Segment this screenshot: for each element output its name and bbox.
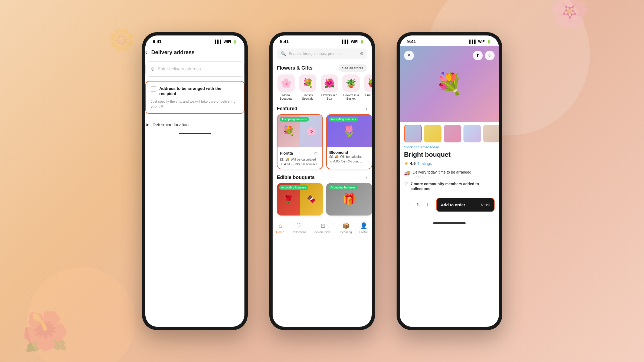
recipient-label: Address to be arranged with the recipien… <box>159 86 239 96</box>
decrease-quantity-button[interactable]: − <box>404 201 413 209</box>
floritta-price: ££ <box>280 158 284 161</box>
bloomond-rating: ★ 4.95 (59) 5% bonu... <box>329 159 369 163</box>
edible2-accepting-badge: Accepting bonuses <box>328 185 358 190</box>
flowers-gifts-header: Flowers & Gifts See all stores <box>273 62 372 74</box>
bloomond-rating-val: 4.95 <box>334 159 340 163</box>
flowers-basket-icon: 🪴 <box>342 74 360 92</box>
phone2-wrapper: 9:41 ▌▌▌ WiFi 🔋 🔍 Search through shops, … <box>269 32 375 330</box>
phone3-wrapper: 9:41 ▌▌▌ WiFi 🔋 💐 ✕ ⬆ ♡ <box>397 32 502 330</box>
featured-section: Featured › 💐 <box>273 104 372 172</box>
see-all-button[interactable]: See all stores <box>338 64 367 72</box>
phone1-screen: 9:41 ▌▌▌ WiFi 🔋 ‹ Delivery address ⊙ Ent <box>145 35 244 327</box>
navigation-icon: ➤ <box>145 122 149 128</box>
thumbnail-3[interactable] <box>444 125 461 142</box>
delivery-truck-icon: 🚚 <box>404 170 410 176</box>
incoming-nav-label: Incoming <box>340 230 352 234</box>
phone3-status-bar: 9:41 ▌▌▌ WiFi 🔋 <box>400 35 499 46</box>
thumbnail-1[interactable] <box>404 125 422 142</box>
increase-quantity-button[interactable]: + <box>423 201 432 209</box>
category-flowers-box[interactable]: 🌺 Flowers in a Box <box>320 74 339 100</box>
phone1-wrapper: 9:41 ▌▌▌ WiFi 🔋 ‹ Delivery address ⊙ Ent <box>142 32 248 330</box>
star-icon: ★ <box>329 159 332 163</box>
product-price: £119 <box>480 203 489 207</box>
phone1-status-bar: 9:41 ▌▌▌ WiFi 🔋 <box>145 35 244 46</box>
wifi-icon: WiFi <box>224 40 231 44</box>
floritta-card[interactable]: 💐 🌸 Accepting bonuses <box>277 114 323 169</box>
floritta-accepting-badge: Accepting bonuses <box>280 117 309 122</box>
phone1-time: 9:41 <box>153 39 162 44</box>
category-florist-label: Florist's Specials <box>299 93 317 100</box>
floritta-image: 💐 🌸 Accepting bonuses <box>277 115 322 147</box>
bloomond-card[interactable]: 🌷 Accepting bonuses Bloomond ££ 🚚 <box>326 114 372 169</box>
delivery-location: London <box>413 175 472 179</box>
bloomond-bonus: 5% bonu... <box>348 160 362 163</box>
share-button[interactable]: ⬆ <box>473 51 483 60</box>
bloomond-price-row: ££ 🚚 Will be calculat... <box>329 155 369 159</box>
floritta-rating: ★ 4.61 (2.3k) 8% bonuses <box>280 162 320 166</box>
florist-specials-icon: 💐 <box>299 74 316 92</box>
edible-card-2[interactable]: 🎁 Accepting bonuses <box>326 183 372 216</box>
featured-header: Featured › <box>273 104 372 114</box>
category-fruit[interactable]: 🍓 Fruit Bou... <box>364 74 372 100</box>
phone2-screen: 9:41 ▌▌▌ WiFi 🔋 🔍 Search through shops, … <box>273 35 372 327</box>
battery-icon: 🔋 <box>487 40 491 44</box>
ratings-count: 4 ratings <box>417 161 432 166</box>
close-button[interactable]: ✕ <box>404 51 414 60</box>
thumbnail-2[interactable] <box>424 125 442 142</box>
recipient-arrangement-box: Address to be arranged with the recipien… <box>145 81 244 114</box>
edible-card-1[interactable]: 🌹 🍫 Accepting bonuses <box>277 183 323 216</box>
wifi-icon: WiFi <box>351 40 358 44</box>
nav-profile[interactable]: 👤 Profile <box>359 222 368 234</box>
nav-collections[interactable]: ♡ Collections <box>292 222 306 234</box>
floritta-heart-button[interactable]: ♡ <box>312 150 320 158</box>
floritta-info: Floritta ♡ ££ 🚚 Will be calculated <box>277 147 322 169</box>
mono-bouquets-icon: 🌸 <box>277 74 295 92</box>
delivery-info-row: 🚚 Delivery today, time to be arranged Lo… <box>404 170 495 179</box>
home-nav-icon: ⌂ <box>278 222 282 229</box>
edible-header: Edible bouquets › <box>273 172 372 183</box>
nav-home[interactable]: ⌂ Home <box>276 222 284 234</box>
phone3-home-indicator <box>433 222 466 224</box>
search-bar[interactable]: 🔍 Search through shops, products ⚙ <box>277 48 367 59</box>
back-button[interactable]: ‹ <box>145 49 147 56</box>
phone1-home-indicator <box>179 133 211 134</box>
battery-icon: 🔋 <box>233 40 237 44</box>
rating-value: 4.5 <box>410 161 416 166</box>
thumbnail-5[interactable] <box>483 125 499 142</box>
category-florist-specials[interactable]: 💐 Florist's Specials <box>299 74 317 100</box>
bottom-nav: ⌂ Home ♡ Collections ⊞ In-store pick... <box>273 219 372 239</box>
phone3: 9:41 ▌▌▌ WiFi 🔋 💐 ✕ ⬆ ♡ <box>397 32 502 330</box>
add-to-order-button[interactable]: Add to order £119 <box>436 198 495 212</box>
bloomond-reviews: (59) <box>341 159 346 163</box>
profile-nav-icon: 👤 <box>360 222 367 229</box>
thumbnail-4[interactable] <box>463 125 481 142</box>
filter-icon[interactable]: ⚙ <box>360 51 364 56</box>
floritta-rating-val: 4.61 <box>284 162 290 166</box>
address-input[interactable]: Enter delivery address <box>158 67 201 71</box>
floritta-delivery: Will be calculated <box>291 158 316 161</box>
category-flowers-basket[interactable]: 🪴 Flowers in a Basket <box>342 74 360 100</box>
instore-nav-label: In-store pick... <box>314 230 332 234</box>
recipient-checkbox[interactable] <box>151 86 156 92</box>
edible-arrow: › <box>366 175 367 180</box>
community-text: 7 more community members added to collec… <box>411 181 495 191</box>
determine-location-row[interactable]: ➤ Determine location <box>145 119 244 131</box>
address-input-wrapper[interactable]: ⊙ Enter delivery address <box>145 61 244 77</box>
checkbox-row: Address to be arranged with the recipien… <box>151 86 239 96</box>
phone1: 9:41 ▌▌▌ WiFi 🔋 ‹ Delivery address ⊙ Ent <box>142 32 248 330</box>
edible1-accepting-badge: Accepting bonuses <box>279 185 308 190</box>
search-input[interactable]: Search through shops, products <box>289 51 357 56</box>
phone1-content: ‹ Delivery address ⊙ Enter delivery addr… <box>145 46 244 131</box>
phone2-status-bar: 9:41 ▌▌▌ WiFi 🔋 <box>273 35 372 46</box>
bottom-bar: − 1 + Add to order £119 <box>400 194 499 220</box>
nav-incoming[interactable]: 📦 Incoming <box>340 222 352 234</box>
delivery-header: ‹ Delivery address <box>145 46 244 61</box>
quantity-value: 1 <box>417 202 419 208</box>
category-mono-bouquets[interactable]: 🌸 Mono Bouquets <box>277 74 295 100</box>
battery-icon: 🔋 <box>360 40 364 44</box>
favorite-button[interactable]: ♡ <box>485 51 495 60</box>
floritta-name: Floritta <box>280 151 293 155</box>
phone2: 9:41 ▌▌▌ WiFi 🔋 🔍 Search through shops, … <box>269 32 375 330</box>
floritta-bonus: 8% bonuses <box>301 162 318 166</box>
nav-instore[interactable]: ⊞ In-store pick... <box>314 222 332 234</box>
